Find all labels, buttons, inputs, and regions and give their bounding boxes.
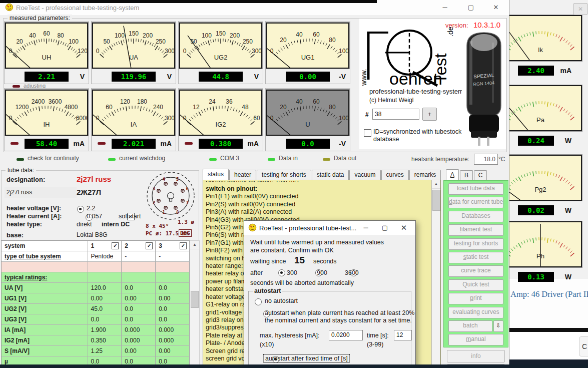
log-scrollbar-thumb[interactable] xyxy=(432,190,440,211)
table-scrollbar-thumb[interactable] xyxy=(191,291,199,308)
svg-text:3600: 3600 xyxy=(49,98,62,105)
table-cell[interactable]: 0.0 xyxy=(122,283,156,293)
table-cell[interactable]: 120.0 xyxy=(88,283,122,293)
table-cell[interactable]: 0.0 xyxy=(156,304,190,314)
table-cell[interactable]: 0.000 xyxy=(122,325,156,335)
table-cell[interactable]: 0.00 xyxy=(156,346,190,356)
table-cell[interactable]: - xyxy=(122,251,156,262)
meter-face-u: 020406080100U xyxy=(266,90,349,136)
meter-unit: mA xyxy=(73,140,85,148)
svg-text:150: 150 xyxy=(216,30,226,37)
batch-arrow-icon[interactable]: ⇩ xyxy=(493,320,503,332)
table-cell[interactable]: 0.000 xyxy=(156,325,190,335)
dialog-maximize-icon[interactable]: ▢ xyxy=(375,221,394,235)
table-cell[interactable]: 0.0 xyxy=(122,314,156,325)
maximize-icon[interactable]: ▢ xyxy=(462,0,480,15)
tube-number-plus-button[interactable]: + xyxy=(422,108,437,121)
testing-for-shorts-button[interactable]: testing for shorts xyxy=(448,238,503,250)
side-tab-a[interactable]: A xyxy=(446,169,459,180)
side-tab-b[interactable]: B xyxy=(460,170,473,180)
hysteresis-input[interactable]: 0.0200 xyxy=(329,330,363,340)
table-cell[interactable]: 0.00 xyxy=(122,293,156,304)
tab-static-data[interactable]: static data xyxy=(312,170,349,180)
system-enable-checkbox[interactable]: ✓ xyxy=(180,242,187,249)
table-cell[interactable]: 0.0 xyxy=(156,314,190,325)
batch-button[interactable]: batch xyxy=(448,320,492,332)
scroll-up-icon[interactable]: ▲ xyxy=(190,241,199,249)
clipped-log-line: Screen current for abort: 1.05 mA xyxy=(206,181,429,185)
heater-current-value: 0.057 xyxy=(87,213,102,220)
logo-test-text: Test xyxy=(431,53,450,84)
table-cell[interactable]: 0.00 xyxy=(88,293,122,304)
svg-text:240: 240 xyxy=(153,104,163,111)
svg-text:IG2: IG2 xyxy=(216,121,226,128)
svg-text:60: 60 xyxy=(313,31,320,38)
background-partial-button[interactable]: C xyxy=(579,336,588,356)
svg-text:100: 100 xyxy=(69,38,79,45)
svg-text:0: 0 xyxy=(96,48,100,55)
manual-button[interactable]: manual xyxy=(448,334,503,345)
curve-trace-button[interactable]: curve trace xyxy=(448,265,503,277)
tab-testing-for-shorts[interactable]: testing for shorts xyxy=(257,170,311,180)
filament-test-button[interactable]: filament test xyxy=(448,224,503,236)
table-cell[interactable]: 0.000 xyxy=(156,335,190,346)
table-cell[interactable] xyxy=(156,272,190,283)
evaluating-curves-button[interactable]: evaluating curves xyxy=(448,307,503,318)
table-cell[interactable]: 0.00 xyxy=(156,293,190,304)
table-cell[interactable]: 0.350 xyxy=(88,335,122,346)
heatsink-temperature-input[interactable]: 18.0 xyxy=(474,154,498,165)
tab-heater[interactable]: heater xyxy=(229,170,256,180)
quick-test-button[interactable]: Quick test xyxy=(448,279,503,291)
tab-status[interactable]: status xyxy=(203,169,229,180)
after-option-radio-300[interactable] xyxy=(278,269,285,276)
system-enable-checkbox[interactable]: ✓ xyxy=(146,242,153,249)
table-cell[interactable]: 0.0 xyxy=(88,314,122,325)
table-cell[interactable]: 0.0 xyxy=(122,304,156,314)
table-cell[interactable]: 0.0 xyxy=(156,283,190,293)
static-test-button[interactable]: static test xyxy=(448,252,503,263)
time-input[interactable]: 12 xyxy=(394,330,412,340)
id-sync-checkbox[interactable] xyxy=(364,129,371,137)
table-cell[interactable]: 0.00 xyxy=(122,346,156,356)
svg-text:40: 40 xyxy=(29,32,36,39)
status-log-scrollbar[interactable]: ▲ xyxy=(431,180,440,368)
data-for-current-tube-button[interactable]: data for current tube xyxy=(448,197,503,208)
info-button[interactable]: info xyxy=(447,350,505,362)
svg-text:3: 3 xyxy=(153,186,155,191)
system-enable-checkbox[interactable]: ✓ xyxy=(112,242,119,249)
side-tab-c[interactable]: C xyxy=(474,170,487,180)
dialog-minimize-icon[interactable]: ─ xyxy=(356,221,375,235)
tab-remarks[interactable]: remarks xyxy=(409,170,441,180)
dialog-close-icon[interactable]: ✕ xyxy=(394,221,413,235)
table-scrollbar[interactable]: ▲ xyxy=(190,240,200,368)
no-autostart-radio[interactable] xyxy=(255,298,262,305)
log-scroll-up-icon[interactable]: ▲ xyxy=(432,180,440,189)
table-cell[interactable] xyxy=(88,272,122,283)
load-tube-data-button[interactable]: load tube data xyxy=(448,183,503,195)
background-close-icon[interactable]: ✕ xyxy=(573,3,587,15)
table-cell[interactable] xyxy=(88,262,122,272)
close-icon[interactable]: ✕ xyxy=(487,0,505,15)
tab-vacuum[interactable]: vacuum xyxy=(349,170,380,180)
heater-voltage-radio[interactable] xyxy=(77,206,84,213)
table-cell[interactable] xyxy=(122,262,156,272)
print-button[interactable]: print xyxy=(448,293,503,304)
table-cell[interactable]: 1.25 xyxy=(88,346,122,356)
minimize-icon[interactable]: ─ xyxy=(436,0,454,15)
table-cell[interactable] xyxy=(156,262,190,272)
tab-curves[interactable]: curves xyxy=(381,170,409,180)
databases-button[interactable]: Databases xyxy=(448,211,503,222)
table-cell[interactable]: 0.000 xyxy=(122,335,156,346)
table-cell[interactable]: - xyxy=(156,251,190,262)
svg-text:UH: UH xyxy=(42,54,52,61)
table-cell[interactable] xyxy=(122,272,156,283)
table-cell[interactable]: 1.900 xyxy=(88,325,122,335)
tube-data-group: tube data: designation: 2j27l russ 2j27l… xyxy=(1,170,199,241)
tube-search-input[interactable]: 2j27l russ xyxy=(5,187,77,198)
side-button-panel: load tube datadata for current tubeDatab… xyxy=(443,180,508,347)
side-meter-face: Ik xyxy=(509,15,582,61)
svg-text:UA: UA xyxy=(129,54,138,61)
table-cell[interactable]: Pentode xyxy=(88,251,122,262)
tube-number-input[interactable]: 38 xyxy=(372,109,419,120)
table-cell[interactable]: 45.0 xyxy=(88,304,122,314)
